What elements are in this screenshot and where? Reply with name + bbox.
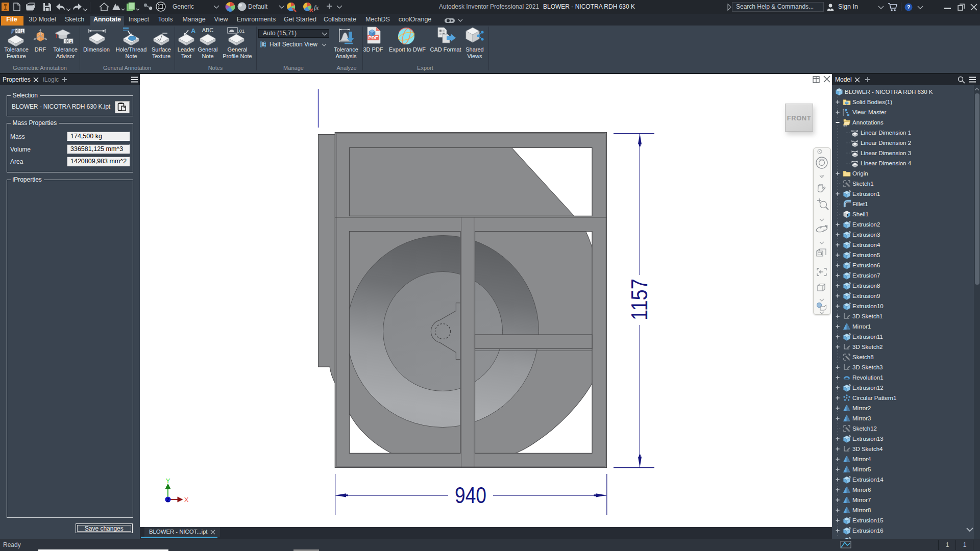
- svg-text:1157: 1157: [627, 279, 652, 320]
- svg-text:ABC: ABC: [202, 27, 214, 33]
- svg-text:fx: fx: [314, 4, 319, 11]
- svg-text:1: 1: [70, 39, 72, 44]
- svg-text:X: X: [184, 496, 189, 504]
- svg-text:940: 940: [455, 483, 486, 508]
- svg-text:A: A: [191, 27, 195, 35]
- svg-text:.01: .01: [238, 28, 244, 34]
- svg-text:Z: Z: [166, 497, 170, 503]
- svg-text:?: ?: [907, 4, 911, 10]
- svg-text:Y: Y: [166, 477, 170, 485]
- svg-text:1: 1: [21, 29, 24, 34]
